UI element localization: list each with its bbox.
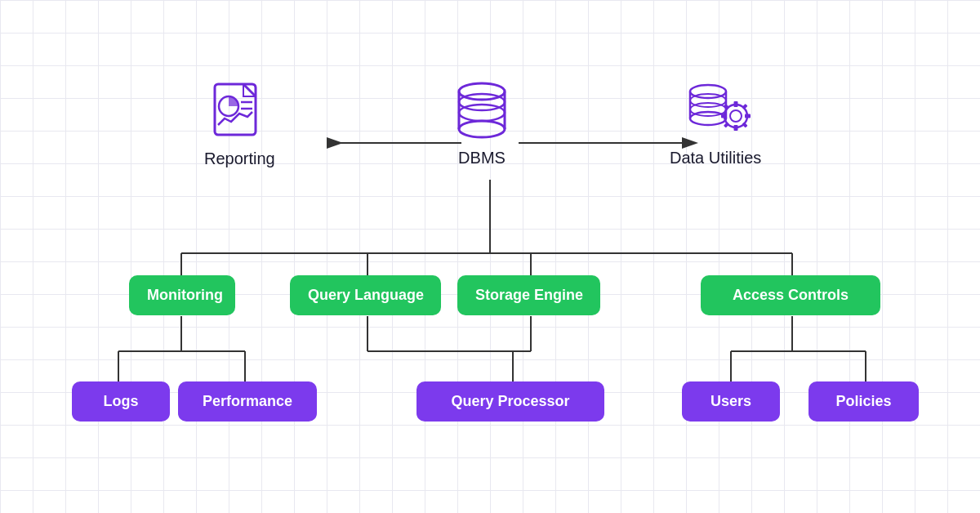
svg-rect-58: [742, 104, 747, 109]
dbms-icon: [445, 74, 519, 147]
performance-box: Performance: [178, 381, 317, 422]
data-utilities-node: Data Utilities: [670, 74, 761, 167]
query-processor-box: Query Processor: [416, 381, 604, 422]
svg-point-42: [459, 105, 505, 121]
storage-engine-box: Storage Engine: [457, 275, 600, 315]
svg-rect-52: [733, 125, 737, 131]
query-language-box: Query Language: [290, 275, 441, 315]
svg-point-50: [730, 110, 742, 122]
reporting-node: Reporting: [204, 78, 275, 168]
dbms-node: DBMS: [445, 74, 519, 167]
svg-point-38: [459, 121, 505, 137]
dbms-label: DBMS: [458, 149, 506, 167]
svg-rect-57: [724, 122, 729, 127]
svg-rect-54: [745, 114, 751, 118]
policies-box: Policies: [808, 381, 919, 422]
svg-rect-56: [742, 122, 747, 127]
svg-rect-51: [733, 101, 737, 107]
svg-point-48: [690, 103, 726, 116]
monitoring-box: Monitoring: [129, 275, 235, 315]
users-box: Users: [682, 381, 780, 422]
data-utilities-icon: [677, 74, 755, 147]
reporting-icon: [207, 78, 272, 143]
reporting-label: Reporting: [204, 149, 275, 168]
diagram-container: Reporting DBMS: [0, 0, 980, 513]
logs-box: Logs: [72, 381, 170, 422]
data-utilities-label: Data Utilities: [670, 149, 761, 167]
svg-rect-53: [721, 114, 727, 118]
access-controls-box: Access Controls: [701, 275, 880, 315]
